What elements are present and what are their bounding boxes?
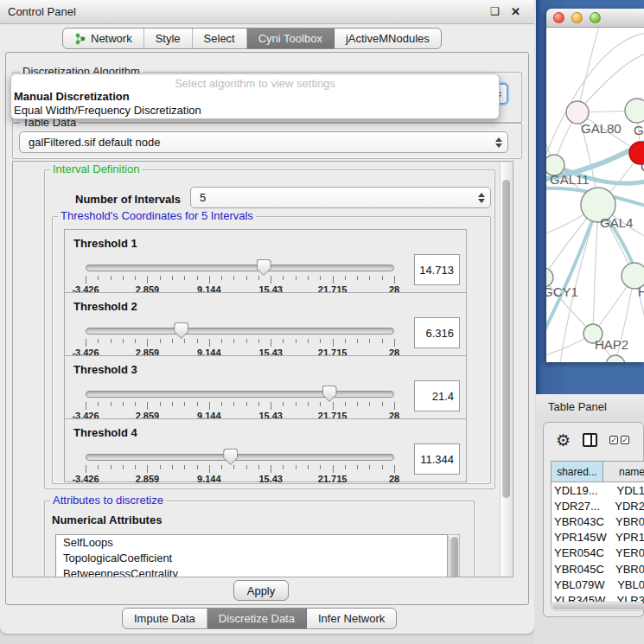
gear-icon[interactable]: ⚙ <box>556 432 571 449</box>
tab-discretize-data-label: Discretize Data <box>219 612 295 625</box>
tab-network[interactable]: Network <box>63 29 144 48</box>
scrollbar-thumb[interactable] <box>502 180 510 498</box>
network-node-label: GAL80 <box>581 121 622 136</box>
attribute-list-item[interactable]: BetweennessCentrality <box>56 566 447 577</box>
table-data-combobox[interactable]: galFiltered.sif default node <box>19 131 508 153</box>
threshold-value-field[interactable]: 6.316 <box>414 317 460 348</box>
threshold-label: Threshold 4 <box>65 419 466 439</box>
slider-track[interactable] <box>86 265 394 271</box>
cell-shared-name[interactable]: YBR045C <box>552 563 607 576</box>
slider-thumb[interactable] <box>174 322 188 339</box>
table-row[interactable]: YDL19...YDL1 <box>552 482 644 498</box>
network-node-label: GAL4 <box>600 215 633 230</box>
network-node[interactable] <box>625 99 644 123</box>
cell-shared-name[interactable]: YPR145W <box>552 531 607 544</box>
attribute-list-item[interactable]: TopologicalCoefficient <box>56 551 447 566</box>
table-row[interactable]: YER054CYER0 <box>552 545 644 561</box>
tab-jactivemnodules[interactable]: jActiveMNodules <box>335 29 441 48</box>
network-view-window: GAL80GACGAL11GAL4GCY1HHAP2 <box>546 9 644 362</box>
thresholds-group: Threshold's Coordinates for 5 Intervals … <box>52 216 491 484</box>
tab-impute-data[interactable]: Impute Data <box>123 609 207 628</box>
slider-thumb[interactable] <box>322 386 337 402</box>
tab-select-label: Select <box>204 32 235 45</box>
cell-name[interactable]: YDR2 <box>606 500 644 513</box>
float-window-icon[interactable]: ❑ <box>490 5 500 17</box>
threshold-slider[interactable]: -3.4262.8599.14415.4321.71528 <box>86 450 394 483</box>
slider-track[interactable] <box>86 328 394 335</box>
cell-name[interactable]: YDL1 <box>608 484 644 497</box>
close-window-icon[interactable]: ✕ <box>511 5 520 18</box>
threshold-label: Threshold 2 <box>65 293 466 313</box>
dropdown-prompt-item[interactable]: Select algorithm to view settings <box>11 74 499 90</box>
threshold-value-field[interactable]: 21.4 <box>414 380 460 411</box>
cell-name[interactable]: YBL0 <box>609 578 644 591</box>
slider-thumb[interactable] <box>223 449 238 465</box>
table-row[interactable]: YBR043CYBR0 <box>552 513 644 529</box>
tab-jactivemnodules-label: jActiveMNodules <box>346 32 430 45</box>
select-columns-icon[interactable]: ✓ ✓ <box>609 436 629 444</box>
close-traffic-light-icon[interactable] <box>553 12 564 23</box>
tab-discretize-data[interactable]: Discretize Data <box>207 609 307 628</box>
numerical-attributes-label: Numerical Attributes <box>52 513 162 526</box>
zoom-traffic-light-icon[interactable] <box>590 12 601 23</box>
attribute-list-item[interactable]: SelfLoops <box>56 535 447 551</box>
minimize-traffic-light-icon[interactable] <box>571 12 583 23</box>
slider-track[interactable] <box>86 391 394 398</box>
attributes-group-title: Attributes to discretize <box>50 494 166 507</box>
cell-name[interactable]: YBR0 <box>607 515 644 528</box>
dropdown-option-manual[interactable]: Manual Discretization <box>11 90 499 104</box>
table-row[interactable]: YBR045CYBR0 <box>552 561 644 577</box>
network-nodes: GAL80GACGAL11GAL4GCY1HHAP2 <box>546 99 644 362</box>
tab-infer-network[interactable]: Infer Network <box>307 609 396 628</box>
dropdown-option-equal-width[interactable]: Equal Width/Frequency Discretization <box>11 104 499 118</box>
cell-shared-name[interactable]: YDL19... <box>552 484 608 497</box>
cell-shared-name[interactable]: YDR27... <box>552 500 606 513</box>
network-node[interactable] <box>606 355 625 362</box>
bottom-tab-bar: Impute Data Discretize Data Infer Networ… <box>122 608 397 629</box>
scrollbar-thumb[interactable] <box>552 603 644 609</box>
combo-arrows-icon <box>476 193 490 203</box>
cell-shared-name[interactable]: YBR043C <box>552 515 607 528</box>
combo-arrows-icon <box>494 137 507 148</box>
threshold-value-field[interactable]: 11.344 <box>414 443 460 475</box>
interval-definition-group: Interval Definition Number of Intervals … <box>44 169 495 489</box>
cell-name[interactable]: YPR1 <box>607 531 644 544</box>
threshold-panel: Threshold 2-3.4262.8599.14415.4321.71528… <box>64 292 467 356</box>
table-row[interactable]: YDR27...YDR2 <box>552 498 644 513</box>
number-of-intervals-combobox[interactable]: 5 <box>190 187 491 208</box>
settings-vertical-scrollbar[interactable] <box>500 163 512 576</box>
cell-name[interactable]: YER0 <box>607 546 644 559</box>
tab-cyni-toolbox[interactable]: Cyni Toolbox <box>247 29 335 48</box>
node-attribute-table[interactable]: shared... name YDL19...YDL1YDR27...YDR2Y… <box>551 461 644 604</box>
control-panel-titlebar: Control Panel <box>0 0 534 24</box>
apply-button[interactable]: Apply <box>233 580 289 601</box>
table-panel-header: Table Panel <box>536 394 644 418</box>
slider-ticks <box>86 402 394 410</box>
cell-name[interactable]: YBR0 <box>607 563 644 576</box>
table-toolbar: ⚙ ✓ ✓ <box>549 428 640 452</box>
table-row[interactable]: YPR145WYPR1 <box>552 530 644 545</box>
network-canvas[interactable]: GAL80GACGAL11GAL4GCY1HHAP2 <box>546 28 644 362</box>
cell-shared-name[interactable]: YER054C <box>552 546 607 559</box>
number-of-intervals-value: 5 <box>191 191 476 204</box>
column-view-icon[interactable] <box>583 433 597 447</box>
table-row[interactable]: YBL079WYBL0 <box>552 577 644 592</box>
threshold-value-field[interactable]: 14.713 <box>414 254 460 285</box>
tab-select[interactable]: Select <box>193 29 247 48</box>
attributes-list-scrollbar[interactable] <box>449 534 460 577</box>
slider-thumb[interactable] <box>257 259 271 276</box>
threshold-slider[interactable]: -3.4262.8599.14415.4321.71528 <box>86 324 394 357</box>
threshold-label: Threshold 1 <box>65 230 466 250</box>
slider-track[interactable] <box>86 454 394 461</box>
numerical-attributes-list[interactable]: SelfLoopsTopologicalCoefficientBetweenne… <box>55 534 448 577</box>
checkbox-icon: ✓ <box>609 436 618 444</box>
column-header-shared-name[interactable]: shared... <box>552 462 603 481</box>
table-horizontal-scrollbar[interactable] <box>551 602 644 611</box>
scrollbar-thumb[interactable] <box>450 537 458 577</box>
column-header-name[interactable]: name <box>603 462 644 481</box>
tab-style[interactable]: Style <box>144 29 193 48</box>
cell-shared-name[interactable]: YBL079W <box>552 578 609 591</box>
table-panel-title: Table Panel <box>536 400 607 413</box>
threshold-slider[interactable]: -3.4262.8599.14415.4321.71528 <box>86 387 394 420</box>
threshold-slider[interactable]: -3.4262.8599.14415.4321.71528 <box>86 261 394 294</box>
